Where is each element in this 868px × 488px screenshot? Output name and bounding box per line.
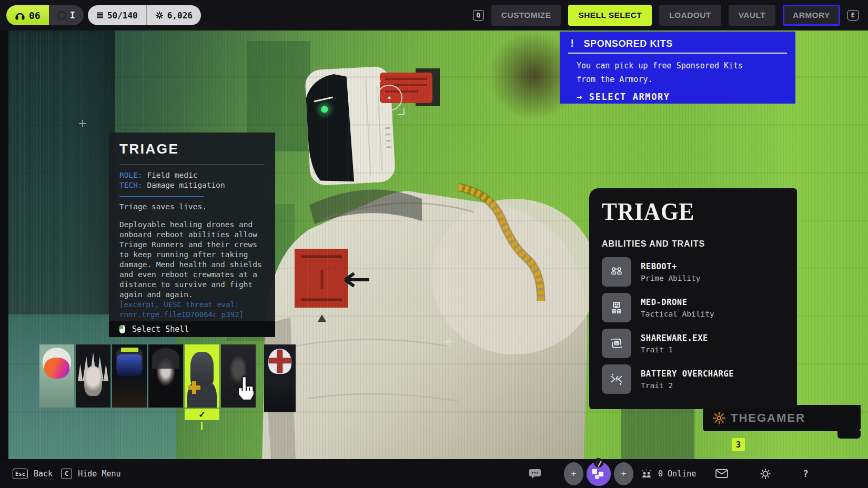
glitch-cross: [79, 120, 86, 127]
shell-thumbnail-triage-selected[interactable]: [185, 344, 219, 408]
nav-next-key-hint: E: [847, 10, 859, 21]
ability-type: Tactical Ability: [641, 310, 714, 318]
back-button[interactable]: Esc Back: [13, 459, 53, 488]
med-drone-icon: [602, 293, 631, 322]
shell-title: TRIAGE: [119, 141, 265, 157]
player-avatar[interactable]: [587, 462, 611, 486]
crew-count-value: 06: [29, 10, 41, 21]
squad-slot-add-left[interactable]: +: [564, 462, 583, 485]
chat-button[interactable]: [529, 459, 541, 488]
ability-row-battery-overcharge[interactable]: BATTERY OVERCHARGE Trait 2: [602, 364, 784, 394]
hide-menu-label: Hide Menu: [78, 469, 120, 479]
counters-group: 50/140 6,026: [88, 5, 201, 25]
mail-icon: [715, 469, 728, 478]
sponsored-kits-panel: ! SPONSORED KITS You can pick up free Sp…: [560, 32, 795, 104]
online-people-icon: [641, 469, 652, 479]
select-shell-button[interactable]: Select Shell: [109, 321, 275, 337]
chat-bubble-icon: [529, 469, 541, 479]
tab-customize[interactable]: CUSTOMIZE: [491, 5, 561, 26]
bottom-bar: 3 Esc Back C Hide Menu + +: [0, 459, 868, 488]
sponsored-kits-header: ! SPONSORED KITS: [560, 32, 795, 53]
ability-type: Trait 1: [641, 345, 708, 354]
shell-description: Deployable healing drones and onboard re…: [119, 220, 265, 300]
esc-key-hint: Esc: [13, 469, 28, 479]
tally-lines-icon: [96, 12, 104, 18]
ability-name: SHAREWARE.EXE: [641, 333, 708, 343]
role-value: Field medic: [147, 171, 197, 179]
shell-role-row: ROLE: Field medic: [119, 170, 265, 180]
shell-thumbnail-hooded[interactable]: [148, 344, 183, 408]
select-armory-label: SELECT ARMORY: [589, 92, 670, 102]
ability-row-reboot[interactable]: REBOOT+ Prime Ability: [602, 257, 784, 287]
watermark-text: THEGAMER: [731, 411, 805, 425]
shell-thumbnail-visor[interactable]: [112, 344, 147, 408]
select-armory-link[interactable]: → SELECT ARMORY: [560, 86, 795, 102]
ability-name: BATTERY OVERCHARGE: [641, 369, 734, 379]
ability-row-med-drone[interactable]: MED-DRONE Tactical Ability: [602, 293, 784, 322]
abilities-panel: TRIAGE ABILITIES AND TRAITS REBOOT+ Prim…: [589, 188, 797, 409]
slot-value: I: [70, 10, 75, 21]
shell-thumbnail-shadow[interactable]: [221, 344, 256, 408]
tab-vault[interactable]: VAULT: [729, 5, 775, 26]
tech-label: TECH:: [119, 181, 143, 189]
gear-icon: [760, 468, 771, 480]
mail-button[interactable]: [715, 459, 728, 488]
ability-name: REBOOT+: [641, 262, 701, 271]
credits-counter: 6,026: [146, 5, 201, 25]
sponsored-kits-body: You can pick up free Sponsored Kits from…: [560, 54, 759, 86]
mail-count-badge: 3: [732, 438, 745, 451]
ring-icon: [57, 11, 66, 20]
selected-check-badge: ✓: [185, 409, 219, 420]
question-mark-icon: ?: [803, 468, 809, 479]
mouse-left-click-icon: [119, 325, 125, 333]
plus-icon: +: [571, 469, 577, 479]
thegamer-star-icon: [712, 411, 726, 425]
crew-count-badge: 06: [6, 5, 49, 25]
plus-icon: +: [621, 469, 627, 479]
ability-type: Prime Ability: [641, 274, 701, 282]
credits-icon: [155, 11, 164, 19]
shell-progress-value: 50/140: [107, 11, 138, 21]
battery-overcharge-icon: [602, 364, 631, 394]
tab-loadout[interactable]: LOADOUT: [659, 5, 721, 26]
status-pill: 06 I 50/140: [6, 5, 201, 25]
shell-thumbnail-pilot[interactable]: [39, 344, 74, 408]
glitch-cross: [445, 338, 452, 345]
sponsored-kits-title: SPONSORED KITS: [583, 38, 672, 49]
role-label: ROLE:: [119, 171, 143, 179]
abilities-section-title: ABILITIES AND TRAITS: [602, 239, 784, 249]
help-button[interactable]: ?: [803, 459, 809, 488]
slot-badge: I: [49, 5, 84, 25]
ability-type: Trait 2: [641, 381, 734, 390]
abilities-shell-title: TRIAGE: [602, 198, 773, 226]
shell-info-divider: [119, 164, 265, 165]
headset-icon: [15, 11, 25, 20]
shell-carousel: ✓: [39, 344, 296, 412]
nav-prev-key-hint: Q: [473, 10, 484, 21]
arrow-right-icon: →: [577, 92, 583, 102]
squad-slot-add-right[interactable]: +: [614, 462, 633, 485]
shell-thumbnail-spiked[interactable]: [76, 344, 110, 408]
ability-row-shareware[interactable]: SHAREWARE.EXE Trait 1: [602, 329, 784, 358]
carousel-tick-mark: [201, 422, 203, 430]
avatar-status-badge-icon: [594, 458, 603, 467]
shell-tagline: Triage saves lives.: [119, 202, 265, 211]
shell-excerpt-line1: [excerpt, UESC threat eval:: [119, 300, 265, 310]
back-label: Back: [34, 469, 53, 479]
shell-info-panel: TRIAGE ROLE: Field medic TECH: Damage mi…: [109, 133, 275, 337]
tab-shell-select[interactable]: SHELL SELECT: [568, 5, 652, 26]
tech-value: Damage mitigation: [147, 181, 225, 189]
hide-menu-button[interactable]: C Hide Menu: [61, 459, 121, 488]
c-key-hint: C: [61, 469, 72, 479]
shell-thumbnail-uesc[interactable]: [264, 344, 296, 412]
top-nav: Q CUSTOMIZE SHELL SELECT LOADOUT VAULT A…: [473, 5, 859, 26]
tab-armory[interactable]: ARMORY: [783, 5, 840, 26]
ability-name: MED-DRONE: [641, 298, 714, 307]
settings-button[interactable]: [760, 459, 771, 488]
shell-excerpt-line2: rnnr.trge.fileID70064c_p392]: [119, 310, 265, 320]
shell-info-blue-divider: [119, 196, 204, 197]
alert-icon: !: [569, 37, 575, 49]
shell-progress-counter: 50/140: [88, 5, 146, 25]
shell-select-screen: 06 I 50/140: [0, 0, 868, 488]
online-status: 0 Online: [641, 459, 696, 488]
